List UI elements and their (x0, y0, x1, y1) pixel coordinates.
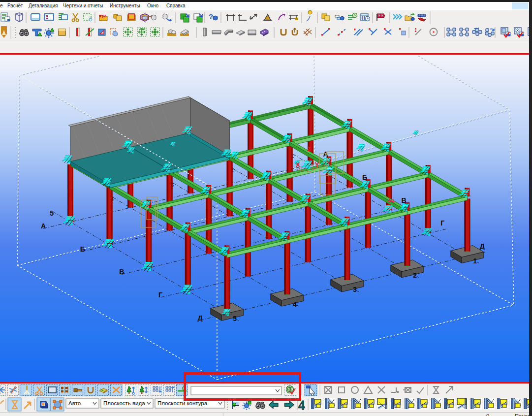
svg-text:3: 3 (353, 286, 357, 293)
svg-text:А: А (41, 222, 46, 230)
svg-text:Авто: Авто (68, 400, 81, 406)
svg-text:?: ? (209, 12, 213, 21)
svg-text:В: В (119, 268, 124, 276)
svg-text:Б: Б (80, 245, 85, 253)
svg-text:Y: Y (315, 161, 319, 168)
svg-text:Д: Д (480, 242, 485, 250)
svg-text:1: 1 (473, 257, 477, 265)
svg-text:5: 5 (50, 209, 54, 217)
svg-text:Плоскости контура: Плоскости контура (157, 400, 208, 406)
svg-text:4: 4 (293, 300, 297, 308)
svg-text:Д: Д (198, 314, 203, 322)
svg-text:xyz: xyz (99, 13, 106, 18)
svg-text:Г: Г (440, 219, 444, 227)
svg-text:2: 2 (413, 271, 417, 279)
svg-text:Г: Г (158, 291, 162, 299)
svg-text:X: X (296, 161, 300, 168)
svg-text:5: 5 (233, 315, 237, 322)
svg-text:Плоскость вида: Плоскость вида (103, 400, 145, 406)
svg-text:Z: Z (307, 145, 311, 153)
